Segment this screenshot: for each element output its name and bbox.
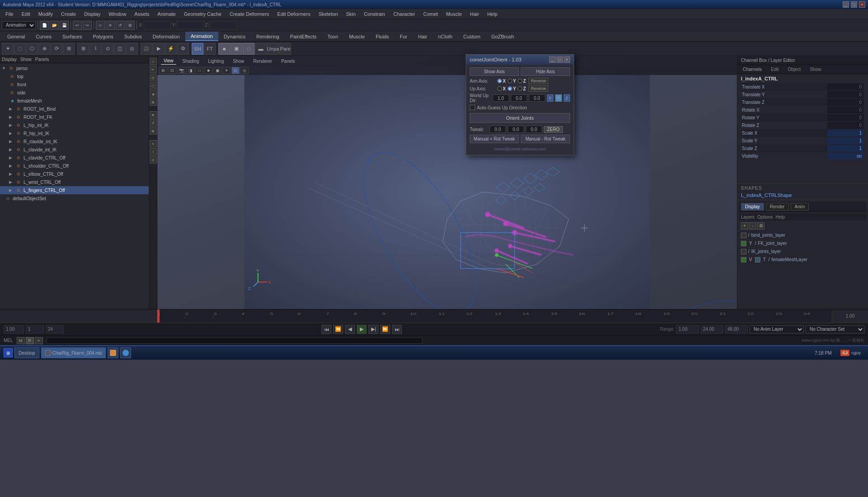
vp-grid-btn[interactable]: ⊡ (168, 67, 176, 74)
tab-polygons[interactable]: Polygons (87, 32, 118, 41)
tab-anim[interactable]: Anim (791, 203, 809, 211)
start-button[interactable]: ⊞ (4, 348, 13, 357)
skip-to-start-btn[interactable]: ⏮ (321, 325, 331, 334)
menu-comet[interactable]: Comet (420, 10, 441, 18)
viewport-tab-view[interactable]: View (161, 57, 176, 65)
tab-painteffects[interactable]: PaintEffects (285, 32, 322, 41)
select-mode-btn[interactable]: ⊹ (150, 58, 157, 65)
outliner-item-l-clavide[interactable]: ▶ ⊙ L_clavide_int_IK (0, 145, 149, 154)
viewport-tab-lighting[interactable]: Lighting (205, 58, 226, 65)
show-axis-button[interactable]: Show Axis (470, 67, 519, 76)
help-btn[interactable]: Help (775, 215, 785, 220)
tool6-btn[interactable]: ⊞ (150, 98, 157, 106)
aim-x-option[interactable]: X (497, 79, 506, 84)
tweak-z-field[interactable] (526, 126, 542, 133)
range-end-field[interactable]: 1.00 (676, 325, 699, 333)
tool12-btn[interactable]: ⊙ (150, 156, 157, 164)
viewport-tab-shading[interactable]: Shading (180, 58, 202, 65)
up-reverse-button[interactable]: Reverse (528, 85, 548, 92)
tab-show[interactable]: Show (807, 66, 824, 73)
layer-options-btn[interactable]: ⚙ (757, 222, 764, 230)
menu-character[interactable]: Character (390, 10, 419, 18)
menu-create[interactable]: Create (57, 10, 80, 18)
vp-shading-btn[interactable]: ◨ (186, 67, 194, 74)
tab-general[interactable]: General (2, 32, 30, 41)
outliner-item-side[interactable]: ⊙ side (0, 89, 149, 97)
tab-object[interactable]: Object (785, 66, 804, 73)
outliner-item-l-wrist[interactable]: ▶ ⊙ L_wrist_CTRL_Off (0, 178, 149, 186)
icon-ft[interactable]: FT (204, 43, 216, 55)
outliner-item-l-shoulder[interactable]: ▶ ⊙ L_shoulder_CTRL_Off (0, 162, 149, 170)
outliner-show-btn[interactable]: Show (20, 57, 32, 62)
icon-render[interactable]: ▶ (153, 43, 165, 55)
tab-channels[interactable]: Channels (740, 66, 764, 73)
aim-y-radio[interactable] (508, 79, 512, 83)
up-z-option[interactable]: Z (518, 86, 526, 91)
outliner-item-r-clavide[interactable]: ▶ ⊙ R_clavide_int_IK (0, 137, 149, 145)
tab-dynamics[interactable]: Dynamics (218, 32, 251, 41)
tool7-btn[interactable]: ⊕ (150, 111, 157, 118)
up-x-radio[interactable] (497, 86, 502, 91)
save-button[interactable]: 💾 (60, 21, 69, 30)
taskbar-maya-btn[interactable]: CharRig_Fkarm_004.mb (41, 347, 106, 358)
icon-rotate[interactable]: ⟳ (51, 43, 62, 55)
menu-assets[interactable]: Assets (131, 10, 153, 18)
channel-value-sy[interactable]: 1 (827, 137, 863, 144)
skip-to-end-btn[interactable]: ⏭ (392, 325, 402, 334)
taskbar-desktop-btn[interactable]: Desktop (14, 347, 39, 358)
menu-muscle[interactable]: Muscle (443, 10, 466, 18)
channel-value-sz[interactable]: 1 (827, 145, 863, 152)
vp-texture-btn[interactable]: ▣ (213, 67, 222, 74)
fps-field[interactable]: 48.00 (725, 325, 748, 333)
aim-y-option[interactable]: Y (508, 79, 516, 84)
menu-file[interactable]: File (2, 10, 17, 18)
tab-deformation[interactable]: Deformation (147, 32, 185, 41)
menu-help[interactable]: Help (484, 10, 501, 18)
tool3-btn[interactable]: ⊡ (150, 74, 157, 81)
menu-constrain[interactable]: Constrain (360, 10, 389, 18)
move-button[interactable]: ✛ (106, 21, 115, 30)
outliner-item-femalemesh[interactable]: ◈ femaleMesh (0, 97, 149, 105)
channel-value-tx[interactable]: 0 (827, 84, 863, 90)
wu-z-field[interactable] (529, 94, 545, 102)
icon-snap-point[interactable]: ⊙ (102, 43, 113, 55)
manual-rot-tweak-button[interactable]: Manual - Rot Tweak (521, 135, 570, 143)
wu-y-field[interactable] (511, 94, 527, 102)
icon-bounding[interactable]: ▬ (255, 43, 267, 55)
outliner-item-l-fingers[interactable]: ▶ ⊙ L_fingers_CTRL_Off (0, 186, 149, 194)
icon-paint[interactable]: ⬡ (26, 43, 38, 55)
prev-key-btn[interactable]: ⏪ (333, 325, 343, 334)
redo-button[interactable]: ↪ (83, 21, 92, 30)
python-mode-btn[interactable]: P (26, 337, 34, 344)
up-y-option[interactable]: Y (508, 86, 516, 91)
delete-layer-btn[interactable]: - (749, 222, 756, 230)
maximize-button[interactable]: □ (851, 1, 857, 8)
channel-value-rz[interactable]: 0 (827, 122, 863, 129)
up-z-radio[interactable] (518, 86, 522, 91)
z-field[interactable] (210, 21, 237, 29)
up-y-radio[interactable] (508, 86, 512, 91)
outliner-item-root-int-fk[interactable]: ▶ ⊙ ROOT_Int_FK (0, 113, 149, 121)
taskbar-browser-btn[interactable] (120, 347, 131, 358)
icon-unpa[interactable]: Unpa (267, 43, 279, 55)
zero-button[interactable]: ZERO (544, 126, 563, 133)
tool11-btn[interactable]: ⌇ (150, 148, 157, 155)
icon-snap-surface[interactable]: ◫ (114, 43, 126, 55)
tool10-btn[interactable]: ≡ (150, 140, 157, 147)
vp-shadow-btn[interactable]: ⊙ (231, 67, 240, 74)
vp-smooth-btn[interactable]: ■ (204, 67, 212, 74)
dialog-maximize-btn[interactable]: □ (557, 56, 563, 63)
char-set-select[interactable]: No Character Set (806, 325, 864, 333)
icon-scale[interactable]: ⊞ (63, 43, 75, 55)
tab-hair[interactable]: Hair (413, 32, 433, 41)
viewport[interactable]: View Shading Lighting Show Renderer Pane… (157, 56, 737, 309)
outliner-item-l-elbow[interactable]: ▶ ⊙ L_elbow_CTRL_Off (0, 170, 149, 178)
tab-curves[interactable]: Curves (30, 32, 57, 41)
close-button[interactable]: × (859, 1, 865, 8)
rotate-button[interactable]: ↺ (116, 21, 125, 30)
tab-animation[interactable]: Animation (185, 32, 218, 41)
current-frame-field[interactable]: 1 (26, 325, 44, 333)
vp-camera-btn[interactable]: 📷 (177, 67, 185, 74)
menu-window[interactable]: Window (105, 10, 130, 18)
select-button[interactable]: ⊹ (96, 21, 105, 30)
